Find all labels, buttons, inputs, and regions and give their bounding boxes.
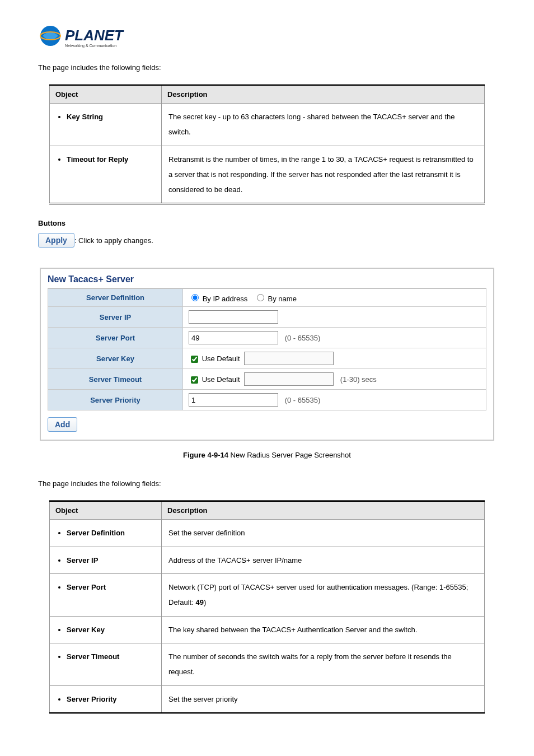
server-port-input[interactable] <box>189 331 278 344</box>
server-timeout-use-default[interactable]: Use Default <box>189 375 240 384</box>
obj-server-timeout: Server Timeout <box>67 649 154 664</box>
intro-text-1: The page includes the following fields: <box>38 63 496 72</box>
th-description: Description <box>162 501 485 520</box>
apply-caption: : Click to apply changes. <box>74 236 153 245</box>
panel-title: New Tacacs+ Server <box>48 273 486 288</box>
server-priority-range: (0 - 65535) <box>285 396 321 404</box>
table-row: Server Priority Set the server priority <box>50 685 485 713</box>
table-row: Server IP Address of the TACACS+ server … <box>50 547 485 573</box>
th-object: Object <box>50 85 162 104</box>
fields-table-1: Object Description Key String The secret… <box>49 84 485 204</box>
obj-key-string: Key String <box>67 109 154 124</box>
figure-caption: Figure 4-9-14 New Radius Server Page Scr… <box>38 451 496 459</box>
server-priority-input[interactable] <box>189 393 278 407</box>
desc-key-string: The secret key - up to 63 characters lon… <box>162 104 485 146</box>
logo: PLANET Networking & Communication <box>38 22 496 53</box>
buttons-heading: Buttons <box>38 219 496 227</box>
fields-table-2: Object Description Server Definition Set… <box>49 500 485 713</box>
label-server-ip: Server IP <box>48 307 183 328</box>
label-server-key: Server Key <box>48 348 183 369</box>
th-object: Object <box>50 501 162 520</box>
table-row: Key String The secret key - up to 63 cha… <box>50 104 485 146</box>
server-timeout-input[interactable] <box>244 372 334 386</box>
table-row: Server Port Network (TCP) port of TACACS… <box>50 574 485 617</box>
server-key-input[interactable] <box>244 352 334 365</box>
server-port-range: (0 - 65535) <box>285 334 321 342</box>
label-server-priority: Server Priority <box>48 390 183 410</box>
label-server-timeout: Server Timeout <box>48 369 183 390</box>
svg-text:PLANET: PLANET <box>65 27 124 44</box>
apply-button[interactable]: Apply <box>38 233 74 248</box>
server-ip-input[interactable] <box>189 310 278 324</box>
radio-by-name[interactable]: By name <box>254 295 297 303</box>
desc-server-port: Network (TCP) port of TACACS+ server use… <box>162 574 485 617</box>
obj-timeout-reply: Timeout for Reply <box>67 152 154 167</box>
obj-server-key: Server Key <box>67 622 154 637</box>
server-timeout-range: (1-30) secs <box>340 375 377 384</box>
svg-text:Networking & Communication: Networking & Communication <box>65 44 116 48</box>
desc-server-key: The key shared between the TACACS+ Authe… <box>162 616 485 643</box>
obj-server-priority: Server Priority <box>67 692 154 707</box>
desc-server-priority: Set the server priority <box>162 685 485 713</box>
label-server-definition: Server Definition <box>48 289 183 307</box>
desc-server-definition: Set the server definition <box>162 520 485 547</box>
table-row: Server Key The key shared between the TA… <box>50 616 485 643</box>
th-description: Description <box>162 85 485 104</box>
radio-by-ip[interactable]: By IP address <box>189 295 247 303</box>
obj-server-port: Server Port <box>67 580 154 595</box>
table-row: Timeout for Reply Retransmit is the numb… <box>50 146 485 204</box>
obj-server-ip: Server IP <box>67 553 154 568</box>
desc-server-timeout: The number of seconds the switch waits f… <box>162 643 485 685</box>
desc-timeout-reply: Retransmit is the number of times, in th… <box>162 146 485 204</box>
table-row: Server Definition Set the server definit… <box>50 520 485 547</box>
server-key-use-default[interactable]: Use Default <box>189 354 240 363</box>
desc-server-ip: Address of the TACACS+ server IP/name <box>162 547 485 573</box>
table-row: Server Timeout The number of seconds the… <box>50 643 485 685</box>
obj-server-definition: Server Definition <box>67 525 154 540</box>
label-server-port: Server Port <box>48 328 183 348</box>
new-tacacs-server-panel: New Tacacs+ Server Server Definition By … <box>40 268 494 441</box>
add-button[interactable]: Add <box>48 417 77 432</box>
intro-text-2: The page includes the following fields: <box>38 479 496 488</box>
